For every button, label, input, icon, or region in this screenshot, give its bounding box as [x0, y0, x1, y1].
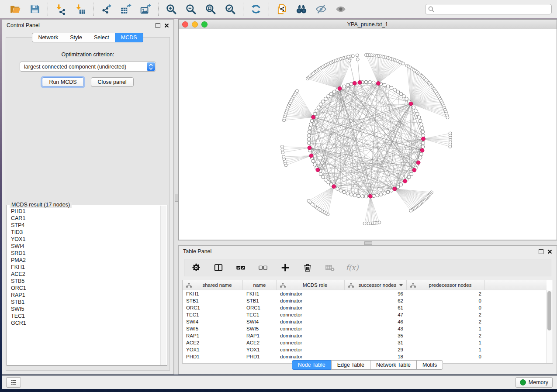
- column-header-predecessor-nodes[interactable]: predecessor nodes: [407, 280, 485, 290]
- network-node[interactable]: [399, 92, 403, 96]
- table-row[interactable]: SWI5SWI5connector431: [183, 325, 547, 332]
- network-node[interactable]: [364, 195, 368, 198]
- network-node[interactable]: [319, 103, 322, 106]
- network-node[interactable]: [346, 192, 349, 195]
- network-node[interactable]: [368, 80, 372, 84]
- network-node[interactable]: [327, 95, 330, 98]
- task-history-button[interactable]: [6, 377, 21, 388]
- network-node[interactable]: [422, 141, 425, 145]
- network-node[interactable]: [324, 178, 327, 182]
- network-node[interactable]: [372, 81, 375, 84]
- network-node[interactable]: [399, 183, 403, 186]
- result-scrollbar[interactable]: [160, 206, 166, 365]
- mcds-hub-node[interactable]: [422, 137, 426, 141]
- network-node[interactable]: [421, 145, 425, 148]
- network-node[interactable]: [309, 123, 313, 126]
- network-node[interactable]: [322, 100, 325, 103]
- network-node[interactable]: [307, 141, 311, 145]
- table-row[interactable]: ORC1ORC1dominator610: [183, 304, 547, 311]
- horizontal-splitter[interactable]: [178, 240, 557, 245]
- mcds-hub-node[interactable]: [412, 168, 416, 172]
- tab-motifs[interactable]: Motifs: [416, 360, 443, 370]
- close-panel-button[interactable]: Close panel: [91, 77, 134, 87]
- eye-slash-button[interactable]: [315, 3, 327, 15]
- close-panel-icon[interactable]: [164, 23, 169, 28]
- export-table-button[interactable]: [120, 3, 132, 15]
- table-row[interactable]: FKH1FKH1dominator962: [183, 290, 547, 297]
- network-node[interactable]: [322, 175, 325, 179]
- float-panel-icon[interactable]: [156, 23, 160, 28]
- mcds-hub-node[interactable]: [316, 168, 320, 172]
- splitter-handle[interactable]: [175, 194, 178, 202]
- refresh-button[interactable]: [250, 3, 262, 15]
- memory-button[interactable]: Memory: [515, 377, 553, 388]
- network-node[interactable]: [383, 192, 386, 195]
- mcds-hub-node[interactable]: [393, 187, 397, 191]
- export-network-button[interactable]: [100, 3, 112, 15]
- save-session-button[interactable]: [29, 3, 41, 15]
- mcds-hub-node[interactable]: [368, 194, 372, 198]
- network-node[interactable]: [308, 127, 312, 130]
- network-node[interactable]: [383, 83, 386, 87]
- network-node[interactable]: [421, 127, 424, 130]
- zoom-out-button[interactable]: [185, 3, 197, 15]
- network-leaf-node[interactable]: [351, 55, 354, 58]
- network-leaf-node[interactable]: [280, 145, 284, 148]
- network-leaf-node[interactable]: [356, 58, 359, 61]
- network-node[interactable]: [361, 195, 364, 198]
- table-row[interactable]: STB1STB1dominator620: [183, 297, 547, 304]
- network-leaf-node[interactable]: [347, 55, 350, 58]
- open-file-button[interactable]: [9, 3, 21, 15]
- network-leaf-node[interactable]: [356, 54, 359, 57]
- network-node[interactable]: [308, 130, 311, 134]
- mcds-hub-node[interactable]: [311, 115, 315, 119]
- network-node[interactable]: [420, 123, 423, 126]
- eye-button[interactable]: [335, 3, 347, 15]
- vertical-splitter[interactable]: [174, 19, 178, 375]
- network-node[interactable]: [419, 119, 422, 123]
- network-node[interactable]: [386, 190, 390, 194]
- network-node[interactable]: [315, 109, 318, 113]
- network-node[interactable]: [390, 86, 393, 90]
- table-row[interactable]: SWI4SWI4dominator462: [183, 318, 547, 325]
- tab-network[interactable]: Network: [32, 33, 64, 42]
- network-node[interactable]: [396, 185, 400, 189]
- network-node[interactable]: [343, 85, 346, 88]
- tab-style[interactable]: Style: [64, 33, 88, 42]
- mcds-hub-node[interactable]: [309, 154, 313, 158]
- network-snapshot-button[interactable]: [276, 3, 288, 15]
- mcds-hub-node[interactable]: [420, 148, 424, 152]
- zoom-fit-button[interactable]: [204, 3, 217, 15]
- network-leaf-node[interactable]: [282, 155, 285, 158]
- column-header-successor-nodes[interactable]: successor nodes: [345, 280, 407, 290]
- binoculars-button[interactable]: [295, 3, 308, 15]
- network-node[interactable]: [379, 193, 383, 196]
- network-leaf-node[interactable]: [401, 62, 405, 65]
- network-node[interactable]: [317, 106, 320, 109]
- network-titlebar[interactable]: YPA_prune.txt_1: [179, 20, 557, 30]
- checked-boxes-button[interactable]: [235, 262, 246, 273]
- splitter-handle[interactable]: [364, 241, 372, 245]
- scrollbar-thumb[interactable]: [547, 291, 551, 330]
- table-row[interactable]: PHD1PHD1dominator180: [183, 353, 547, 360]
- close-panel-icon[interactable]: [547, 249, 552, 254]
- tab-edge-table[interactable]: Edge Table: [331, 360, 370, 370]
- network-node[interactable]: [419, 156, 422, 159]
- zoom-in-button[interactable]: [165, 3, 177, 15]
- mcds-hub-node[interactable]: [332, 185, 336, 189]
- column-header-name[interactable]: name: [243, 280, 277, 290]
- run-mcds-button[interactable]: Run MCDS: [42, 77, 83, 87]
- tab-select[interactable]: Select: [88, 33, 115, 42]
- network-node[interactable]: [357, 194, 360, 198]
- network-leaf-node[interactable]: [307, 199, 310, 203]
- export-image-button[interactable]: [139, 3, 152, 15]
- network-node[interactable]: [416, 112, 419, 116]
- network-node[interactable]: [376, 194, 379, 197]
- network-leaf-node[interactable]: [409, 209, 412, 212]
- mcds-hub-node[interactable]: [308, 146, 311, 150]
- network-node[interactable]: [422, 134, 425, 138]
- import-table-button[interactable]: [74, 3, 86, 15]
- tab-node-table[interactable]: Node Table: [292, 360, 332, 370]
- search-input[interactable]: [425, 4, 552, 14]
- tab-mcds[interactable]: MCDS: [115, 33, 143, 42]
